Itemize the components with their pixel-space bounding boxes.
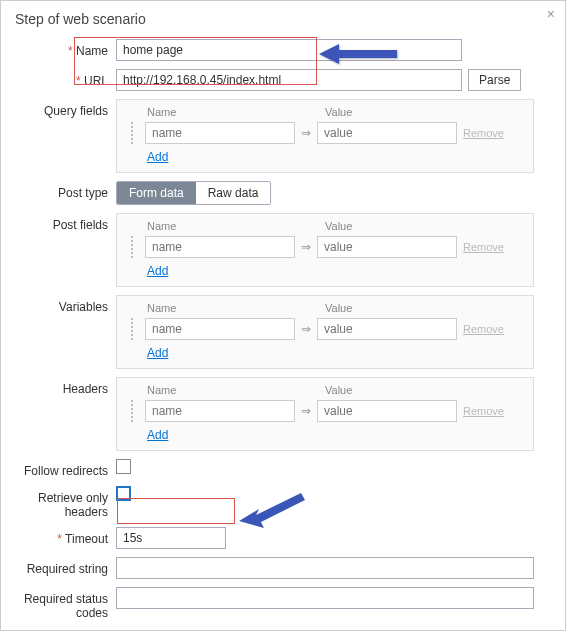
dialog-header: Step of web scenario × <box>1 1 565 35</box>
pair-head-value: Value <box>325 384 525 396</box>
row-headers: Headers Name Value ⇒ Remove Add <box>1 377 551 451</box>
retrieve-only-headers-checkbox[interactable] <box>116 486 131 501</box>
add-pair-link[interactable]: Add <box>125 428 168 442</box>
arrow-icon: ⇒ <box>301 126 311 140</box>
label-follow-redirects: Follow redirects <box>1 459 116 478</box>
pair-name-input[interactable] <box>145 236 295 258</box>
row-post-fields: Post fields Name Value ⇒ Remove Add <box>1 213 551 287</box>
follow-redirects-checkbox[interactable] <box>116 459 131 474</box>
pair-name-input[interactable] <box>145 400 295 422</box>
variables-panel: Name Value ⇒ Remove Add <box>116 295 534 369</box>
required-status-codes-input[interactable] <box>116 587 534 609</box>
row-follow-redirects: Follow redirects <box>1 459 551 478</box>
label-url: URL <box>1 69 116 88</box>
post-type-raw-data[interactable]: Raw data <box>196 182 271 204</box>
label-post-type: Post type <box>1 181 116 200</box>
pair-header: Name Value <box>125 302 525 318</box>
parse-button[interactable]: Parse <box>468 69 521 91</box>
pair-head-name: Name <box>147 384 297 396</box>
query-fields-panel: Name Value ⇒ Remove Add <box>116 99 534 173</box>
label-query-fields: Query fields <box>1 99 116 118</box>
pair-row: ⇒ Remove <box>125 122 525 144</box>
required-string-input[interactable] <box>116 557 534 579</box>
remove-link[interactable]: Remove <box>463 323 504 335</box>
row-retrieve-only-headers: Retrieve only headers <box>1 486 551 519</box>
name-input[interactable] <box>116 39 462 61</box>
post-type-form-data[interactable]: Form data <box>117 182 196 204</box>
web-scenario-step-dialog: Step of web scenario × Name URL Parse Qu… <box>0 0 566 631</box>
pair-head-name: Name <box>147 106 297 118</box>
label-required-string: Required string <box>1 557 116 576</box>
drag-handle-icon[interactable] <box>125 318 139 340</box>
pair-row: ⇒ Remove <box>125 400 525 422</box>
timeout-input[interactable] <box>116 527 226 549</box>
row-url: URL Parse <box>1 69 551 91</box>
row-timeout: Timeout <box>1 527 551 549</box>
row-query-fields: Query fields Name Value ⇒ Remove Add <box>1 99 551 173</box>
url-input[interactable] <box>116 69 462 91</box>
label-required-status-codes: Required status codes <box>1 587 116 620</box>
pair-name-input[interactable] <box>145 318 295 340</box>
label-name: Name <box>1 39 116 58</box>
pair-header: Name Value <box>125 106 525 122</box>
row-required-status-codes: Required status codes <box>1 587 551 620</box>
label-retrieve-only-headers: Retrieve only headers <box>1 486 116 519</box>
pair-head-value: Value <box>325 106 525 118</box>
add-pair-link[interactable]: Add <box>125 264 168 278</box>
pair-value-input[interactable] <box>317 236 457 258</box>
arrow-icon: ⇒ <box>301 322 311 336</box>
pair-head-value: Value <box>325 302 525 314</box>
close-icon[interactable]: × <box>547 7 555 21</box>
drag-handle-icon[interactable] <box>125 122 139 144</box>
row-post-type: Post type Form data Raw data <box>1 181 551 205</box>
post-type-toggle: Form data Raw data <box>116 181 271 205</box>
drag-handle-icon[interactable] <box>125 236 139 258</box>
pair-head-value: Value <box>325 220 525 232</box>
post-fields-panel: Name Value ⇒ Remove Add <box>116 213 534 287</box>
pair-row: ⇒ Remove <box>125 318 525 340</box>
pair-header: Name Value <box>125 384 525 400</box>
pair-header: Name Value <box>125 220 525 236</box>
label-timeout: Timeout <box>1 527 116 546</box>
remove-link[interactable]: Remove <box>463 241 504 253</box>
row-variables: Variables Name Value ⇒ Remove Add <box>1 295 551 369</box>
drag-handle-icon[interactable] <box>125 400 139 422</box>
row-required-string: Required string <box>1 557 551 579</box>
remove-link[interactable]: Remove <box>463 405 504 417</box>
arrow-icon: ⇒ <box>301 404 311 418</box>
pair-head-name: Name <box>147 220 297 232</box>
add-pair-link[interactable]: Add <box>125 346 168 360</box>
pair-value-input[interactable] <box>317 318 457 340</box>
label-headers: Headers <box>1 377 116 396</box>
row-name: Name <box>1 39 551 61</box>
pair-value-input[interactable] <box>317 122 457 144</box>
dialog-title: Step of web scenario <box>15 11 146 27</box>
headers-panel: Name Value ⇒ Remove Add <box>116 377 534 451</box>
pair-head-name: Name <box>147 302 297 314</box>
pair-row: ⇒ Remove <box>125 236 525 258</box>
add-pair-link[interactable]: Add <box>125 150 168 164</box>
pair-value-input[interactable] <box>317 400 457 422</box>
pair-name-input[interactable] <box>145 122 295 144</box>
dialog-body: Name URL Parse Query fields Name Value <box>1 35 565 628</box>
label-post-fields: Post fields <box>1 213 116 232</box>
remove-link[interactable]: Remove <box>463 127 504 139</box>
arrow-icon: ⇒ <box>301 240 311 254</box>
label-variables: Variables <box>1 295 116 314</box>
